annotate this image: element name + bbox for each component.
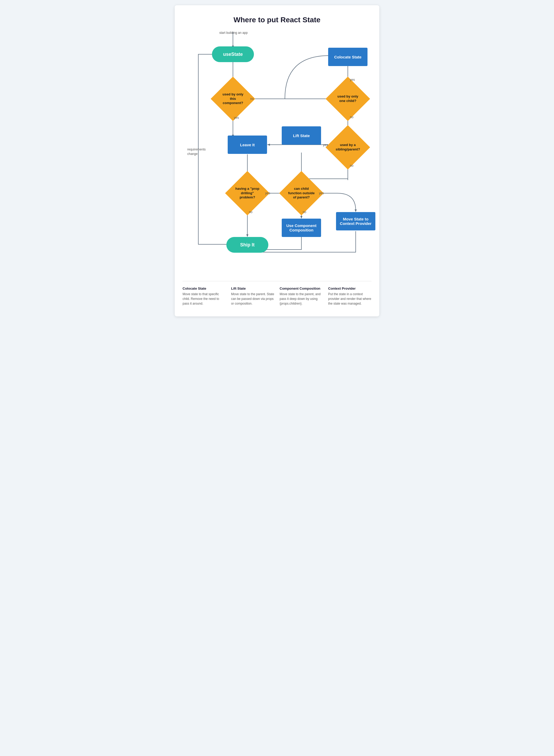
yes-label-usedBySibling: yes bbox=[323, 143, 328, 147]
legend-title-composition: Component Composition bbox=[280, 287, 323, 291]
svg-marker-26 bbox=[300, 216, 302, 218]
no-label-canChildFunction: no bbox=[303, 210, 306, 214]
no-label-usedByOnlyOneChild: no bbox=[350, 115, 353, 119]
svg-marker-14 bbox=[267, 144, 270, 146]
lift-state-node: Lift State bbox=[282, 126, 321, 145]
legend-title-lift: Lift State bbox=[231, 287, 274, 291]
legend-text-lift: Move state to the parent. State can be p… bbox=[231, 292, 274, 306]
yes-label-usedByOnlyThis: yes bbox=[234, 116, 239, 120]
page-title: Where to put React State bbox=[182, 16, 372, 24]
start-label: start building an app bbox=[219, 31, 247, 35]
yes-label-propDrilling: yes bbox=[265, 191, 270, 195]
no-label-usedByOnlyThis: no bbox=[250, 97, 254, 101]
used-by-only-this-node: used by only this component? bbox=[217, 83, 249, 115]
legend-title-colocate: Colocate State bbox=[182, 287, 226, 291]
legend-item-composition: Component Composition Move state to the … bbox=[280, 287, 323, 306]
move-state-to-context-node: Move State to Context Provider bbox=[336, 212, 375, 231]
use-component-composition-node: Use Component Composition bbox=[282, 218, 321, 237]
no-label-usedBySibling: no bbox=[350, 164, 353, 168]
legend-item-context: Context Provider Put the state in a cont… bbox=[328, 287, 372, 306]
legend-item-colocate: Colocate State Move state to that specif… bbox=[182, 287, 226, 306]
page-container: Where to put React State bbox=[175, 5, 379, 316]
can-child-function-node: can child function outside of parent? bbox=[286, 178, 317, 209]
flowchart: start building an app useState used by o… bbox=[182, 32, 372, 273]
svg-marker-24 bbox=[355, 209, 357, 212]
legend-text-context: Put the state in a context provider and … bbox=[328, 292, 372, 306]
used-by-only-one-child-node: used by only one child? bbox=[332, 83, 364, 115]
requirements-change-label: requirements change bbox=[187, 147, 208, 156]
usestate-node: useState bbox=[212, 46, 254, 62]
yes-label-canChildFunction: yes bbox=[319, 191, 324, 195]
leave-it-node: Leave It bbox=[228, 135, 267, 154]
legend-title-context: Context Provider bbox=[328, 287, 372, 291]
no-label-propDrilling: no bbox=[249, 210, 252, 214]
legend-text-composition: Move state to the parent, and pass it de… bbox=[280, 292, 323, 306]
ship-it-node: Ship It bbox=[226, 237, 268, 253]
colocate-state-node: Colocate State bbox=[328, 48, 368, 66]
prop-drilling-node: having a "prop drilling" problem? bbox=[232, 178, 263, 209]
used-by-sibling-node: used by a sibling/parent? bbox=[332, 132, 364, 163]
yes-label-usedByOnlyOneChild: yes bbox=[350, 78, 355, 81]
svg-marker-22 bbox=[246, 234, 248, 237]
legend-item-lift: Lift State Move state to the parent. Sta… bbox=[231, 287, 274, 306]
legend: Colocate State Move state to that specif… bbox=[182, 281, 372, 306]
legend-text-colocate: Move state to that specific child. Remov… bbox=[182, 292, 226, 306]
